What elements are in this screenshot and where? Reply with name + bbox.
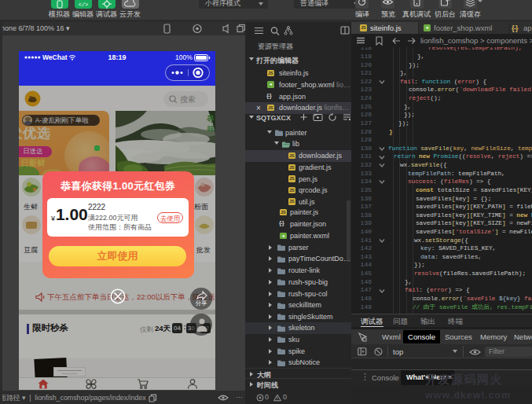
svg-text:</>: </> <box>79 2 89 8</box>
svg-text:WeChat: WeChat <box>42 53 68 61</box>
